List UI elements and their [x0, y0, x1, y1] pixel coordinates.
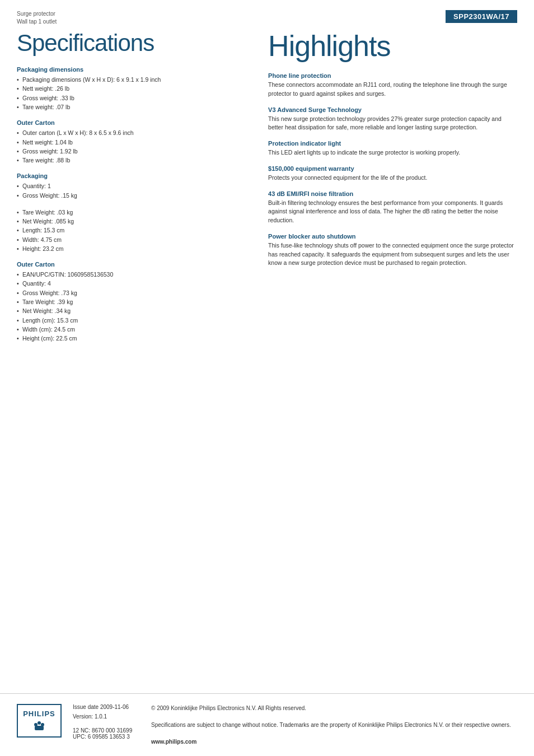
highlight-power-blocker-title: Power blocker auto shutdown — [268, 233, 517, 240]
highlight-power-blocker: Power blocker auto shutdown This fuse-li… — [268, 233, 517, 268]
list-item: Quantity: 4 — [17, 279, 246, 288]
outer-carton-right-section: Outer Carton EAN/UPC/GTIN: 1060958513653… — [17, 261, 246, 343]
philips-brand-name: PHILIPS — [23, 710, 55, 718]
list-item: Tare Weight: .39 kg — [17, 297, 246, 306]
highlight-warranty: $150,000 equipment warranty Protects you… — [268, 165, 517, 183]
list-item: Height (cm): 22.5 cm — [17, 334, 246, 343]
highlight-power-blocker-text: This fuse-like technology shuts off powe… — [268, 241, 517, 268]
highlight-protection-light-text: This LED alert lights up to indicate the… — [268, 148, 517, 157]
outer-carton-list: Outer carton (L x W x H): 8 x 6.5 x 9.6 … — [17, 128, 246, 165]
highlight-protection-light-title: Protection indicator light — [268, 140, 517, 147]
highlight-v3: V3 Advanced Surge Technology This new su… — [268, 106, 517, 133]
disclaimer: Specifications are subject to change wit… — [151, 721, 517, 729]
list-item: Tare weight: .07 lb — [17, 102, 246, 111]
website: www.philips.com — [151, 738, 517, 746]
highlights-column: Highlights Phone line protection These c… — [257, 26, 517, 351]
svg-rect-3 — [35, 726, 44, 730]
list-item: Tare weight: .88 lb — [17, 156, 246, 165]
product-info: Surge protector Wall tap 1 outlet — [17, 10, 57, 26]
list-item: Tare Weight: .03 kg — [17, 208, 246, 217]
product-type: Surge protector — [17, 10, 57, 18]
highlights-title: Highlights — [268, 30, 517, 62]
highlight-warranty-title: $150,000 equipment warranty — [268, 165, 517, 172]
list-item: Packaging dimensions (W x H x D): 6 x 9.… — [17, 75, 246, 84]
highlight-phone-line-title: Phone line protection — [268, 72, 517, 79]
footer-right: © 2009 Koninklijke Philips Electronics N… — [151, 704, 517, 746]
packaging-list: Quantity: 1 Gross Weight: .15 kg — [17, 181, 246, 200]
list-item: Width (cm): 24.5 cm — [17, 325, 246, 334]
highlight-phone-line-text: These connectors accommodate an RJ11 cor… — [268, 81, 517, 99]
list-item: Height: 23.2 cm — [17, 244, 246, 253]
outer-carton-title: Outer Carton — [17, 119, 246, 126]
page-wrapper: Surge protector Wall tap 1 outlet SPP230… — [0, 0, 534, 756]
outer-carton-section: Outer Carton Outer carton (L x W x H): 8… — [17, 119, 246, 165]
svg-point-1 — [38, 721, 41, 725]
highlight-emi-text: Built-in filtering technology ensures th… — [268, 199, 517, 225]
list-item: Gross Weight: .73 kg — [17, 288, 246, 297]
philips-logo: PHILIPS — [17, 704, 62, 738]
highlight-emi: 43 dB EMI/RFI noise filtration Built-in … — [268, 190, 517, 225]
list-item: Length (cm): 15.3 cm — [17, 316, 246, 325]
page-footer: PHILIPS Issue date 2009-11-06 Version: 1… — [0, 693, 534, 756]
packaging-dimensions-section: Packaging dimensions Packaging dimension… — [17, 66, 246, 111]
list-item: Gross Weight: .15 kg — [17, 191, 246, 200]
list-item: Outer carton (L x W x H): 8 x 6.5 x 9.6 … — [17, 128, 246, 137]
specs-title: Specifications — [17, 30, 246, 56]
packaging-dimensions-title: Packaging dimensions — [17, 66, 246, 73]
footer-info: Issue date 2009-11-06 Version: 1.0.1 12 … — [73, 704, 140, 740]
nc-number: 12 NC: 8670 000 31699 — [73, 727, 140, 734]
version: Version: 1.0.1 — [73, 713, 140, 720]
list-item: Gross weight: 1.92 lb — [17, 147, 246, 156]
highlight-protection-light: Protection indicator light This LED aler… — [268, 140, 517, 157]
outer-carton-right-list: EAN/UPC/GTIN: 10609585136530 Quantity: 4… — [17, 270, 246, 343]
highlight-emi-title: 43 dB EMI/RFI noise filtration — [268, 190, 517, 197]
packaging-section: Packaging Quantity: 1 Gross Weight: .15 … — [17, 172, 246, 200]
philips-logo-box: PHILIPS — [17, 704, 62, 738]
copyright: © 2009 Koninklijke Philips Electronics N… — [151, 704, 517, 712]
list-item: Quantity: 1 — [17, 181, 246, 190]
inner-package-section: Tare Weight: .03 kg Net Weight: .085 kg … — [17, 208, 246, 253]
list-item: Net Weight: .34 kg — [17, 306, 246, 315]
highlight-warranty-text: Protects your connected equipment for th… — [268, 174, 517, 183]
list-item: Nett weight: 1.04 lb — [17, 138, 246, 147]
list-item: Nett weight: .26 lb — [17, 84, 246, 93]
philips-emblem-icon — [30, 720, 48, 732]
inner-package-list: Tare Weight: .03 kg Net Weight: .085 kg … — [17, 208, 246, 253]
packaging-title: Packaging — [17, 172, 246, 179]
list-item: Length: 15.3 cm — [17, 226, 246, 235]
highlight-v3-text: This new surge protection technology pro… — [268, 115, 517, 133]
list-item: Net Weight: .085 kg — [17, 217, 246, 226]
highlight-phone-line: Phone line protection These connectors a… — [268, 72, 517, 99]
specifications-column: Specifications Packaging dimensions Pack… — [17, 26, 257, 351]
packaging-dimensions-list: Packaging dimensions (W x H x D): 6 x 9.… — [17, 75, 246, 111]
highlight-v3-title: V3 Advanced Surge Technology — [268, 106, 517, 113]
issue-date: Issue date 2009-11-06 — [73, 704, 140, 710]
main-content: Specifications Packaging dimensions Pack… — [0, 26, 534, 351]
list-item: Gross weight: .33 lb — [17, 94, 246, 102]
product-subtype: Wall tap 1 outlet — [17, 18, 57, 26]
product-code: SPP2301WA/17 — [446, 10, 517, 23]
page-header: Surge protector Wall tap 1 outlet SPP230… — [0, 0, 534, 26]
upc-number: UPC: 6 09585 13653 3 — [73, 734, 140, 740]
list-item: Width: 4.75 cm — [17, 235, 246, 244]
outer-carton-right-title: Outer Carton — [17, 261, 246, 268]
list-item: EAN/UPC/GTIN: 10609585136530 — [17, 270, 246, 279]
